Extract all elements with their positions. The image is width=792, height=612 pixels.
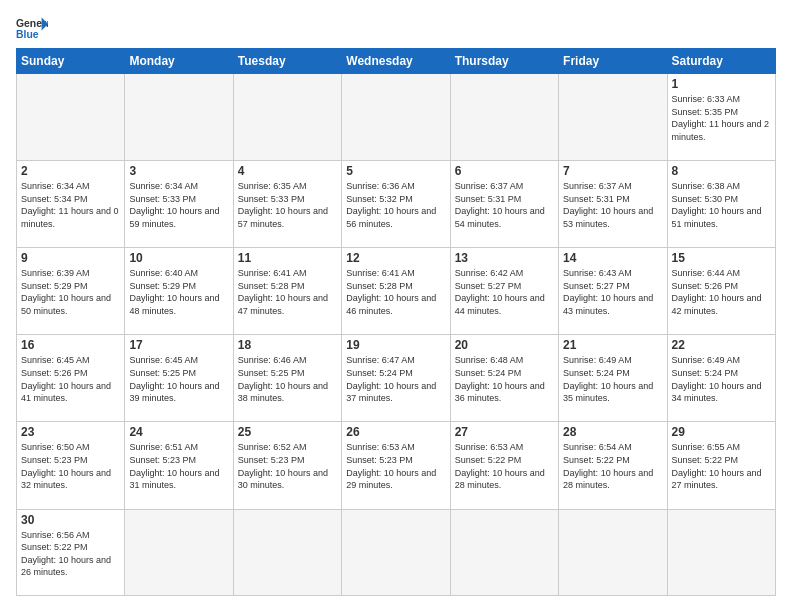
day-number: 17 [129,338,228,352]
day-info: Sunrise: 6:52 AMSunset: 5:23 PMDaylight:… [238,441,337,491]
day-number: 3 [129,164,228,178]
calendar-cell: 21Sunrise: 6:49 AMSunset: 5:24 PMDayligh… [559,335,667,422]
day-info: Sunrise: 6:44 AMSunset: 5:26 PMDaylight:… [672,267,771,317]
calendar-cell: 27Sunrise: 6:53 AMSunset: 5:22 PMDayligh… [450,422,558,509]
day-number: 12 [346,251,445,265]
day-number: 16 [21,338,120,352]
calendar-cell: 15Sunrise: 6:44 AMSunset: 5:26 PMDayligh… [667,248,775,335]
day-number: 28 [563,425,662,439]
calendar-cell [233,509,341,595]
day-number: 13 [455,251,554,265]
calendar-cell [17,74,125,161]
calendar-cell: 12Sunrise: 6:41 AMSunset: 5:28 PMDayligh… [342,248,450,335]
day-info: Sunrise: 6:53 AMSunset: 5:23 PMDaylight:… [346,441,445,491]
day-info: Sunrise: 6:41 AMSunset: 5:28 PMDaylight:… [238,267,337,317]
calendar-cell: 9Sunrise: 6:39 AMSunset: 5:29 PMDaylight… [17,248,125,335]
day-info: Sunrise: 6:49 AMSunset: 5:24 PMDaylight:… [563,354,662,404]
svg-text:Blue: Blue [16,29,39,40]
day-info: Sunrise: 6:49 AMSunset: 5:24 PMDaylight:… [672,354,771,404]
day-info: Sunrise: 6:51 AMSunset: 5:23 PMDaylight:… [129,441,228,491]
day-info: Sunrise: 6:54 AMSunset: 5:22 PMDaylight:… [563,441,662,491]
calendar-cell: 29Sunrise: 6:55 AMSunset: 5:22 PMDayligh… [667,422,775,509]
weekday-header-tuesday: Tuesday [233,49,341,74]
day-info: Sunrise: 6:43 AMSunset: 5:27 PMDaylight:… [563,267,662,317]
calendar-week-row: 30Sunrise: 6:56 AMSunset: 5:22 PMDayligh… [17,509,776,595]
day-number: 2 [21,164,120,178]
calendar-cell [342,509,450,595]
day-number: 5 [346,164,445,178]
day-info: Sunrise: 6:48 AMSunset: 5:24 PMDaylight:… [455,354,554,404]
weekday-header-saturday: Saturday [667,49,775,74]
weekday-header-thursday: Thursday [450,49,558,74]
calendar-cell: 5Sunrise: 6:36 AMSunset: 5:32 PMDaylight… [342,161,450,248]
day-number: 25 [238,425,337,439]
calendar-cell: 30Sunrise: 6:56 AMSunset: 5:22 PMDayligh… [17,509,125,595]
calendar-cell: 7Sunrise: 6:37 AMSunset: 5:31 PMDaylight… [559,161,667,248]
calendar-cell: 2Sunrise: 6:34 AMSunset: 5:34 PMDaylight… [17,161,125,248]
day-info: Sunrise: 6:50 AMSunset: 5:23 PMDaylight:… [21,441,120,491]
calendar-cell: 6Sunrise: 6:37 AMSunset: 5:31 PMDaylight… [450,161,558,248]
day-number: 20 [455,338,554,352]
weekday-header-row: SundayMondayTuesdayWednesdayThursdayFrid… [17,49,776,74]
calendar-cell: 3Sunrise: 6:34 AMSunset: 5:33 PMDaylight… [125,161,233,248]
calendar-cell: 24Sunrise: 6:51 AMSunset: 5:23 PMDayligh… [125,422,233,509]
calendar-cell: 8Sunrise: 6:38 AMSunset: 5:30 PMDaylight… [667,161,775,248]
weekday-header-wednesday: Wednesday [342,49,450,74]
day-number: 18 [238,338,337,352]
calendar-cell [450,74,558,161]
day-number: 6 [455,164,554,178]
day-info: Sunrise: 6:33 AMSunset: 5:35 PMDaylight:… [672,93,771,143]
day-info: Sunrise: 6:41 AMSunset: 5:28 PMDaylight:… [346,267,445,317]
day-info: Sunrise: 6:39 AMSunset: 5:29 PMDaylight:… [21,267,120,317]
day-info: Sunrise: 6:45 AMSunset: 5:25 PMDaylight:… [129,354,228,404]
calendar-cell [667,509,775,595]
day-info: Sunrise: 6:36 AMSunset: 5:32 PMDaylight:… [346,180,445,230]
logo-icon: General Blue [16,16,48,40]
day-number: 24 [129,425,228,439]
calendar-cell: 11Sunrise: 6:41 AMSunset: 5:28 PMDayligh… [233,248,341,335]
day-number: 10 [129,251,228,265]
day-number: 27 [455,425,554,439]
day-number: 1 [672,77,771,91]
day-info: Sunrise: 6:56 AMSunset: 5:22 PMDaylight:… [21,529,120,579]
calendar-cell: 14Sunrise: 6:43 AMSunset: 5:27 PMDayligh… [559,248,667,335]
day-number: 22 [672,338,771,352]
day-number: 7 [563,164,662,178]
day-number: 14 [563,251,662,265]
day-info: Sunrise: 6:45 AMSunset: 5:26 PMDaylight:… [21,354,120,404]
day-number: 9 [21,251,120,265]
calendar-cell [559,74,667,161]
day-info: Sunrise: 6:34 AMSunset: 5:34 PMDaylight:… [21,180,120,230]
day-info: Sunrise: 6:46 AMSunset: 5:25 PMDaylight:… [238,354,337,404]
calendar-cell: 20Sunrise: 6:48 AMSunset: 5:24 PMDayligh… [450,335,558,422]
calendar: SundayMondayTuesdayWednesdayThursdayFrid… [16,48,776,596]
day-info: Sunrise: 6:37 AMSunset: 5:31 PMDaylight:… [455,180,554,230]
day-number: 29 [672,425,771,439]
day-info: Sunrise: 6:55 AMSunset: 5:22 PMDaylight:… [672,441,771,491]
day-info: Sunrise: 6:40 AMSunset: 5:29 PMDaylight:… [129,267,228,317]
day-info: Sunrise: 6:34 AMSunset: 5:33 PMDaylight:… [129,180,228,230]
day-number: 21 [563,338,662,352]
day-number: 19 [346,338,445,352]
day-info: Sunrise: 6:42 AMSunset: 5:27 PMDaylight:… [455,267,554,317]
calendar-cell: 23Sunrise: 6:50 AMSunset: 5:23 PMDayligh… [17,422,125,509]
calendar-cell: 28Sunrise: 6:54 AMSunset: 5:22 PMDayligh… [559,422,667,509]
calendar-cell: 25Sunrise: 6:52 AMSunset: 5:23 PMDayligh… [233,422,341,509]
calendar-week-row: 1Sunrise: 6:33 AMSunset: 5:35 PMDaylight… [17,74,776,161]
day-number: 11 [238,251,337,265]
calendar-cell [342,74,450,161]
day-number: 8 [672,164,771,178]
calendar-cell: 10Sunrise: 6:40 AMSunset: 5:29 PMDayligh… [125,248,233,335]
day-info: Sunrise: 6:35 AMSunset: 5:33 PMDaylight:… [238,180,337,230]
day-number: 15 [672,251,771,265]
day-number: 26 [346,425,445,439]
calendar-cell: 22Sunrise: 6:49 AMSunset: 5:24 PMDayligh… [667,335,775,422]
calendar-cell: 19Sunrise: 6:47 AMSunset: 5:24 PMDayligh… [342,335,450,422]
day-number: 30 [21,513,120,527]
page: General Blue SundayMondayTuesdayWednesda… [0,0,792,612]
calendar-week-row: 2Sunrise: 6:34 AMSunset: 5:34 PMDaylight… [17,161,776,248]
calendar-cell [233,74,341,161]
calendar-cell: 26Sunrise: 6:53 AMSunset: 5:23 PMDayligh… [342,422,450,509]
calendar-week-row: 9Sunrise: 6:39 AMSunset: 5:29 PMDaylight… [17,248,776,335]
calendar-cell: 18Sunrise: 6:46 AMSunset: 5:25 PMDayligh… [233,335,341,422]
